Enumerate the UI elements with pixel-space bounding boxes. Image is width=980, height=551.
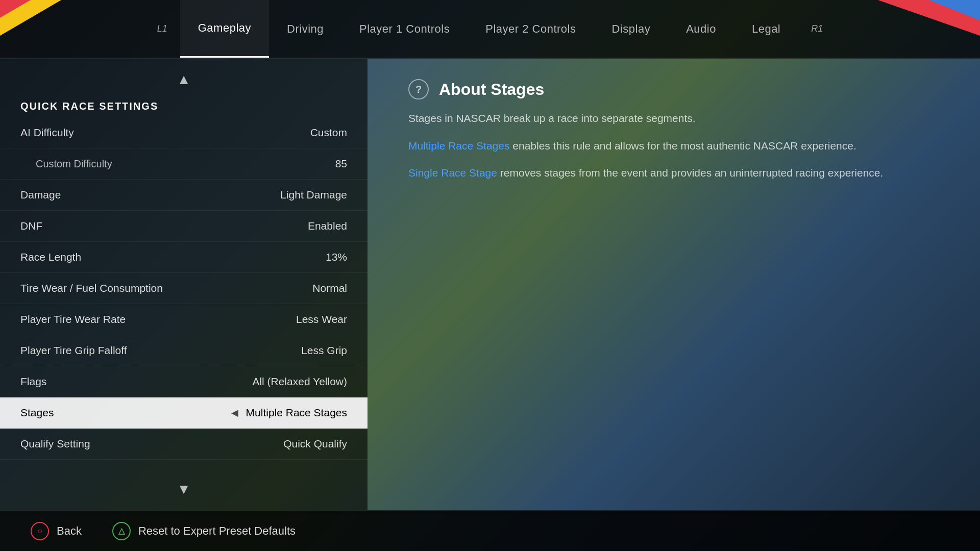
setting-name-player-tire-grip: Player Tire Grip Falloff bbox=[20, 344, 127, 357]
setting-row-flags[interactable]: Flags All (Relaxed Yellow) bbox=[0, 366, 368, 397]
tab-driving[interactable]: Driving bbox=[269, 0, 341, 58]
back-label: Back bbox=[57, 524, 82, 538]
settings-list: AI Difficulty Custom Custom Difficulty 8… bbox=[0, 117, 368, 473]
info-icon: ? bbox=[408, 79, 429, 99]
corner-decoration-right bbox=[878, 0, 980, 36]
back-button[interactable]: ○ Back bbox=[31, 522, 82, 540]
setting-value-custom-difficulty: 85 bbox=[335, 158, 347, 170]
nav-tabs: L1 Gameplay Driving Player 1 Controls Pl… bbox=[144, 0, 836, 58]
setting-row-stages[interactable]: Stages ◀ Multiple Race Stages bbox=[0, 397, 368, 429]
info-link-single-race-stage: Single Race Stage bbox=[408, 167, 497, 179]
main-content: ▲ QUICK RACE SETTINGS AI Difficulty Cust… bbox=[0, 59, 980, 510]
section-title: QUICK RACE SETTINGS bbox=[0, 95, 368, 117]
setting-name-tire-wear: Tire Wear / Fuel Consumption bbox=[20, 282, 163, 294]
info-paragraph-1: Stages in NASCAR break up a race into se… bbox=[408, 110, 939, 127]
bottom-bar: ○ Back △ Reset to Expert Preset Defaults bbox=[0, 510, 980, 551]
setting-name-stages: Stages bbox=[20, 407, 54, 419]
info-paragraph-3: Single Race Stage removes stages from th… bbox=[408, 164, 939, 182]
tab-legal[interactable]: Legal bbox=[734, 0, 798, 58]
setting-value-dnf: Enabled bbox=[308, 220, 347, 232]
tab-player2controls[interactable]: Player 2 Controls bbox=[468, 0, 594, 58]
setting-row-ai-difficulty[interactable]: AI Difficulty Custom bbox=[0, 117, 368, 148]
setting-value-qualify-setting: Quick Qualify bbox=[283, 438, 347, 450]
setting-row-dnf[interactable]: DNF Enabled bbox=[0, 211, 368, 242]
setting-name-flags: Flags bbox=[20, 375, 46, 388]
setting-value-flags: All (Relaxed Yellow) bbox=[252, 375, 347, 388]
setting-value-tire-wear: Normal bbox=[312, 282, 347, 294]
settings-panel: ▲ QUICK RACE SETTINGS AI Difficulty Cust… bbox=[0, 59, 368, 510]
reset-icon: △ bbox=[112, 522, 131, 540]
stages-arrow-left[interactable]: ◀ bbox=[231, 407, 238, 418]
setting-name-player-tire-wear-rate: Player Tire Wear Rate bbox=[20, 313, 126, 325]
scroll-down-button[interactable]: ▼ bbox=[169, 473, 199, 505]
setting-name-qualify-setting: Qualify Setting bbox=[20, 438, 90, 450]
back-icon: ○ bbox=[31, 522, 49, 540]
setting-row-race-length[interactable]: Race Length 13% bbox=[0, 242, 368, 273]
setting-name-custom-difficulty: Custom Difficulty bbox=[36, 158, 112, 170]
setting-name-ai-difficulty: AI Difficulty bbox=[20, 127, 74, 139]
info-title: About Stages bbox=[439, 80, 544, 99]
setting-row-custom-difficulty[interactable]: Custom Difficulty 85 bbox=[0, 148, 368, 180]
tab-audio[interactable]: Audio bbox=[668, 0, 734, 58]
setting-value-player-tire-wear-rate: Less Wear bbox=[296, 313, 347, 325]
reset-button[interactable]: △ Reset to Expert Preset Defaults bbox=[112, 522, 296, 540]
tab-player1controls[interactable]: Player 1 Controls bbox=[341, 0, 468, 58]
setting-row-damage[interactable]: Damage Light Damage bbox=[0, 180, 368, 211]
setting-value-player-tire-grip: Less Grip bbox=[301, 344, 347, 357]
setting-name-dnf: DNF bbox=[20, 220, 42, 232]
info-link-multiple-race-stages: Multiple Race Stages bbox=[408, 140, 509, 152]
reset-label: Reset to Expert Preset Defaults bbox=[138, 524, 296, 538]
setting-row-player-tire-grip[interactable]: Player Tire Grip Falloff Less Grip bbox=[0, 335, 368, 366]
setting-row-tire-wear[interactable]: Tire Wear / Fuel Consumption Normal bbox=[0, 273, 368, 304]
setting-name-race-length: Race Length bbox=[20, 251, 81, 263]
stages-value-container: ◀ Multiple Race Stages bbox=[231, 407, 347, 419]
setting-value-stages: Multiple Race Stages bbox=[246, 407, 347, 419]
setting-row-player-tire-wear-rate[interactable]: Player Tire Wear Rate Less Wear bbox=[0, 304, 368, 335]
corner-decoration-left bbox=[0, 0, 61, 36]
nav-bar: L1 Gameplay Driving Player 1 Controls Pl… bbox=[0, 0, 980, 59]
scroll-up-button[interactable]: ▲ bbox=[169, 64, 199, 95]
setting-value-ai-difficulty: Custom bbox=[310, 127, 347, 139]
setting-row-qualify-setting[interactable]: Qualify Setting Quick Qualify bbox=[0, 429, 368, 460]
tab-gameplay[interactable]: Gameplay bbox=[180, 0, 269, 58]
setting-name-damage: Damage bbox=[20, 189, 61, 201]
info-paragraph-2: Multiple Race Stages enables this rule a… bbox=[408, 137, 939, 155]
nav-l1-label[interactable]: L1 bbox=[144, 23, 180, 34]
info-header: ? About Stages bbox=[408, 79, 939, 99]
setting-value-race-length: 13% bbox=[326, 251, 347, 263]
nav-r1-label[interactable]: R1 bbox=[798, 23, 836, 34]
setting-value-damage: Light Damage bbox=[280, 189, 347, 201]
info-panel: ? About Stages Stages in NASCAR break up… bbox=[368, 59, 980, 510]
tab-display[interactable]: Display bbox=[594, 0, 669, 58]
